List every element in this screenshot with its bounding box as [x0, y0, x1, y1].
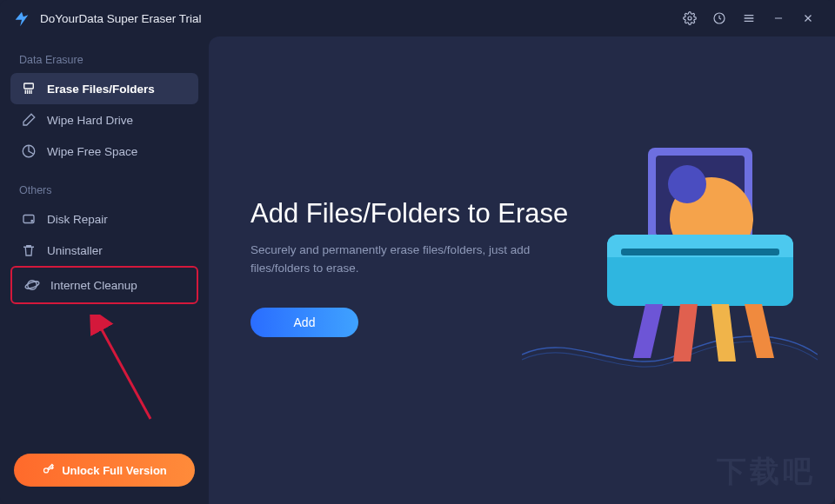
- add-button[interactable]: Add: [250, 308, 358, 337]
- shredder-icon: [21, 81, 37, 96]
- eraser-icon: [21, 112, 37, 128]
- app-title: DoYourData Super Eraser Trial: [40, 12, 202, 25]
- minimize-button[interactable]: [764, 5, 793, 31]
- unlock-label: Unlock Full Version: [62, 464, 167, 477]
- trash-icon: [21, 242, 37, 258]
- app-logo-icon: [12, 9, 31, 28]
- sidebar-item-wipe-drive[interactable]: Wipe Hard Drive: [10, 104, 198, 136]
- svg-point-16: [31, 221, 33, 222]
- sidebar-item-label: Disk Repair: [47, 213, 108, 226]
- app-window: DoYourData Super Eraser Trial Data Erasu…: [0, 0, 835, 504]
- sidebar-item-label: Wipe Hard Drive: [47, 114, 133, 127]
- sidebar-item-wipe-free[interactable]: Wipe Free Space: [10, 136, 198, 167]
- main-panel: Add Files/Folders to Erase Securely and …: [209, 36, 835, 504]
- settings-button[interactable]: [675, 5, 705, 31]
- main-subtitle: Securely and permanently erase files/fol…: [250, 242, 564, 278]
- sidebar-item-label: Internet Cleanup: [50, 279, 137, 292]
- body: Data Erasure Erase Files/Folders Wipe Ha…: [0, 36, 835, 504]
- add-button-label: Add: [294, 315, 316, 329]
- sidebar-group-others: Others: [10, 179, 198, 203]
- svg-point-19: [44, 468, 49, 473]
- planet-icon: [24, 277, 40, 293]
- key-icon: [42, 462, 55, 478]
- sidebar-item-label: Wipe Free Space: [47, 145, 137, 158]
- svg-rect-9: [24, 83, 34, 89]
- sidebar: Data Erasure Erase Files/Folders Wipe Ha…: [0, 36, 209, 504]
- annotation-highlight-box: Internet Cleanup: [10, 266, 198, 304]
- sidebar-item-label: Uninstaller: [47, 244, 103, 257]
- sidebar-item-label: Erase Files/Folders: [47, 83, 155, 96]
- titlebar: DoYourData Super Eraser Trial: [0, 0, 835, 36]
- history-button[interactable]: [705, 5, 734, 31]
- sidebar-item-erase-files[interactable]: Erase Files/Folders: [10, 73, 198, 104]
- menu-button[interactable]: [734, 5, 764, 31]
- pie-icon: [21, 143, 37, 159]
- sidebar-item-uninstaller[interactable]: Uninstaller: [10, 235, 198, 266]
- svg-marker-0: [16, 12, 29, 27]
- sidebar-item-internet-cleanup[interactable]: Internet Cleanup: [14, 269, 195, 301]
- sidebar-group-data-erasure: Data Erasure: [10, 49, 198, 73]
- shredder-illustration: [600, 141, 800, 367]
- watermark-text: 下载吧: [717, 452, 816, 492]
- svg-rect-24: [621, 249, 779, 255]
- unlock-full-version-button[interactable]: Unlock Full Version: [14, 454, 195, 487]
- sidebar-item-disk-repair[interactable]: Disk Repair: [10, 203, 198, 235]
- svg-point-23: [668, 165, 706, 203]
- svg-point-1: [688, 17, 691, 20]
- close-button[interactable]: [793, 5, 823, 31]
- svg-point-18: [24, 280, 40, 289]
- disk-icon: [21, 211, 37, 227]
